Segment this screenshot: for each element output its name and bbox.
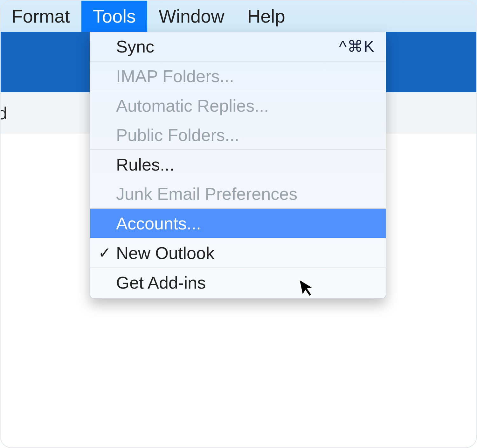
- menu-label: Tools: [93, 5, 136, 27]
- menu-item-label: Automatic Replies...: [116, 91, 269, 120]
- menu-item-label: New Outlook: [116, 238, 214, 268]
- menu-group: ✓ New Outlook: [90, 238, 386, 268]
- menu-window[interactable]: Window: [147, 0, 236, 32]
- menu-group: Rules... Junk Email Preferences: [90, 150, 386, 208]
- menu-item-imap-folders: IMAP Folders...: [90, 61, 386, 91]
- menu-item-accounts[interactable]: Accounts...: [90, 209, 386, 238]
- unread-label-partial: nread: [0, 103, 7, 123]
- checkmark-icon: ✓: [98, 238, 111, 268]
- menu-group: IMAP Folders...: [90, 61, 386, 91]
- menu-item-label: Junk Email Preferences: [116, 179, 297, 208]
- menu-item-automatic-replies: Automatic Replies...: [90, 91, 386, 120]
- menu-group: Sync ^⌘K: [90, 32, 386, 61]
- menu-group: Accounts...: [90, 208, 386, 238]
- menu-item-rules[interactable]: Rules...: [90, 150, 386, 179]
- menu-help[interactable]: Help: [236, 0, 296, 32]
- menubar: Format Tools Window Help: [0, 0, 477, 32]
- menu-group: Get Add-ins: [90, 268, 386, 297]
- menu-item-label: Rules...: [116, 150, 174, 179]
- menu-item-label: Accounts...: [116, 209, 201, 238]
- tools-dropdown: Sync ^⌘K IMAP Folders... Automatic Repli…: [90, 32, 386, 299]
- menu-group: Automatic Replies... Public Folders...: [90, 91, 386, 150]
- menu-tools[interactable]: Tools: [81, 0, 147, 32]
- menu-format[interactable]: Format: [0, 0, 81, 32]
- menu-item-label: Public Folders...: [116, 120, 239, 150]
- menu-label: Help: [247, 5, 285, 27]
- menu-label: Window: [159, 5, 224, 27]
- menu-item-get-add-ins[interactable]: Get Add-ins: [90, 268, 386, 297]
- menu-item-new-outlook[interactable]: ✓ New Outlook: [90, 238, 386, 268]
- menu-item-label: Sync: [116, 32, 154, 61]
- menu-item-junk-email-preferences: Junk Email Preferences: [90, 179, 386, 208]
- menu-item-label: IMAP Folders...: [116, 61, 234, 91]
- menu-item-public-folders: Public Folders...: [90, 120, 386, 150]
- menu-item-label: Get Add-ins: [116, 268, 206, 297]
- menu-item-sync[interactable]: Sync ^⌘K: [90, 32, 386, 61]
- menu-item-shortcut: ^⌘K: [339, 32, 375, 61]
- menu-label: Format: [11, 5, 70, 27]
